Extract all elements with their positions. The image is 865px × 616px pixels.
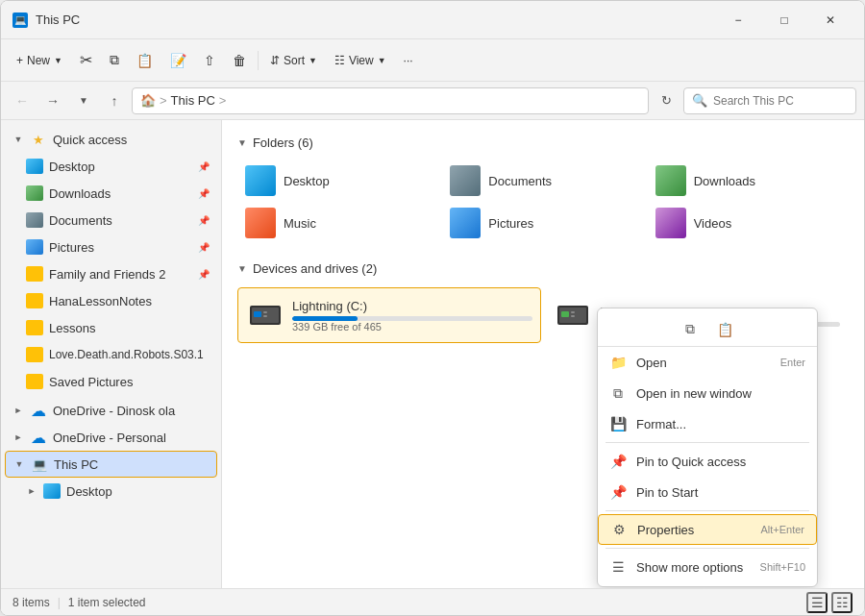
- ctx-format[interactable]: 💾 Format...: [598, 408, 817, 439]
- delete-button[interactable]: 🗑: [225, 45, 254, 76]
- search-box[interactable]: 🔍: [683, 87, 856, 114]
- svg-rect-7: [561, 311, 569, 317]
- copy-button[interactable]: ⧉: [102, 45, 127, 76]
- ctx-copy-button[interactable]: ⧉: [677, 316, 704, 343]
- details-view-button[interactable]: ☰: [806, 592, 828, 613]
- back-button[interactable]: ←: [9, 87, 36, 114]
- sidebar-item-downloads[interactable]: Downloads 📌: [5, 180, 217, 207]
- pin-icon: 📌: [198, 215, 210, 226]
- drive-c-icon: [246, 296, 284, 334]
- folders-header-label: Folders (6): [253, 136, 313, 150]
- refresh-button[interactable]: ↻: [653, 87, 680, 114]
- file-explorer-window: 💻 This PC − □ ✕ + New ▼ ✂ ⧉ 📋 📝 ⇧ 🗑 ⇵ So…: [0, 0, 865, 616]
- address-path[interactable]: 🏠 > This PC >: [132, 87, 649, 114]
- paste-button[interactable]: 📋: [129, 45, 161, 76]
- chevron-down-icon: ▼: [12, 134, 24, 145]
- sidebar-item-onedrive-personal[interactable]: ► ☁ OneDrive - Personal: [5, 424, 217, 451]
- onedrive-personal-icon: ☁: [30, 429, 47, 446]
- drives-section-header: ▼ Devices and drives (2): [237, 261, 849, 276]
- new-button[interactable]: + New ▼: [9, 45, 70, 76]
- sidebar-item-pictures[interactable]: Pictures 📌: [5, 234, 217, 260]
- pin-icon: 📌: [198, 269, 210, 280]
- folder-music[interactable]: Music: [237, 204, 438, 242]
- svg-rect-8: [571, 311, 575, 313]
- view-chevron-icon: ▼: [378, 56, 386, 65]
- up-button[interactable]: ↑: [101, 87, 128, 114]
- sidebar-item-family[interactable]: Family and Friends 2 📌: [5, 260, 217, 287]
- drive-d-icon: [554, 296, 592, 334]
- lessons-folder-icon: [26, 319, 43, 336]
- pin-start-icon: 📌: [609, 483, 627, 501]
- folder-grid: Desktop Documents Downloads Music: [237, 161, 849, 242]
- minimize-button[interactable]: −: [716, 6, 760, 35]
- this-pc-icon: 💻: [31, 456, 48, 473]
- show-more-icon: ☰: [609, 558, 627, 576]
- path-home-icon: 🏠: [140, 93, 156, 108]
- folder-pictures[interactable]: Pictures: [442, 204, 643, 242]
- ctx-open-new-window[interactable]: ⧉ Open in new window: [598, 378, 817, 408]
- view-button[interactable]: ☷ View ▼: [327, 45, 394, 76]
- rename-button[interactable]: 📝: [162, 45, 194, 76]
- sidebar-item-saved-pictures[interactable]: Saved Pictures: [5, 368, 217, 395]
- sidebar-item-documents[interactable]: Documents 📌: [5, 207, 217, 234]
- sort-button[interactable]: ⇵ Sort ▼: [262, 45, 325, 76]
- sidebar-item-hana[interactable]: HanaLessonNotes: [5, 287, 217, 314]
- downloads-folder-icon: [655, 165, 686, 196]
- svg-rect-4: [263, 315, 267, 317]
- sort-chevron-icon: ▼: [309, 56, 317, 65]
- sidebar-item-this-pc[interactable]: ▼ 💻 This PC: [5, 451, 217, 478]
- context-menu-mini-toolbar: ⧉ 📋: [598, 312, 817, 347]
- folders-chevron-icon: ▼: [237, 137, 247, 148]
- documents-folder-icon: [26, 211, 43, 229]
- selected-count: 1 item selected: [68, 596, 146, 609]
- large-icons-view-button[interactable]: ☷: [831, 592, 853, 613]
- chevron-right-icon: ►: [12, 405, 24, 416]
- ctx-pin-quick-access[interactable]: 📌 Pin to Quick access: [598, 446, 817, 477]
- recent-button[interactable]: ▼: [70, 87, 97, 114]
- pictures-folder-icon: [450, 208, 481, 238]
- documents-folder-icon: [450, 165, 481, 196]
- drive-c[interactable]: Lightning (C:) 339 GB free of 465: [237, 287, 541, 343]
- open-new-window-icon: ⧉: [609, 384, 627, 402]
- ctx-show-more-options[interactable]: ☰ Show more options Shift+F10: [598, 552, 817, 582]
- ctx-open[interactable]: 📁 Open Enter: [598, 347, 817, 378]
- videos-folder-icon: [655, 208, 686, 238]
- properties-icon: ⚙: [610, 521, 628, 538]
- sidebar-item-desktop[interactable]: Desktop 📌: [5, 153, 217, 180]
- sidebar-item-this-pc-desktop[interactable]: ► Desktop: [5, 478, 217, 505]
- status-bar: 8 items | 1 item selected ☰ ☷: [1, 588, 864, 615]
- cut-button[interactable]: ✂: [72, 45, 100, 76]
- folder-videos[interactable]: Videos: [648, 204, 849, 242]
- content-panel: ▼ Folders (6) Desktop Documents Download…: [222, 120, 864, 588]
- sidebar-item-onedrive-dino[interactable]: ► ☁ OneDrive - Dinosk ola: [5, 397, 217, 424]
- toolbar: + New ▼ ✂ ⧉ 📋 📝 ⇧ 🗑 ⇵ Sort ▼ ☷ View ▼ ··…: [1, 39, 864, 82]
- desktop-sub-icon: [43, 482, 61, 500]
- folder-desktop[interactable]: Desktop: [237, 161, 438, 200]
- sidebar-item-love-death[interactable]: Love.Death.and.Robots.S03.1: [5, 341, 217, 368]
- desktop-folder-icon: [245, 165, 276, 196]
- view-toggle-buttons: ☰ ☷: [806, 592, 853, 613]
- items-count: 8 items: [12, 596, 50, 609]
- pin-icon: 📌: [198, 161, 210, 172]
- maximize-button[interactable]: □: [762, 6, 806, 35]
- sidebar-item-quick-access[interactable]: ▼ ★ Quick access: [5, 126, 217, 153]
- forward-button[interactable]: →: [39, 87, 66, 114]
- search-input[interactable]: [713, 94, 848, 108]
- share-button[interactable]: ⇧: [196, 45, 223, 76]
- folder-documents[interactable]: Documents: [442, 161, 643, 200]
- ctx-paste-button[interactable]: 📋: [711, 316, 738, 343]
- saved-pictures-folder-icon: [26, 373, 43, 390]
- more-button[interactable]: ···: [396, 45, 421, 76]
- window-icon: 💻: [12, 12, 28, 28]
- ctx-properties[interactable]: ⚙ Properties Alt+Enter: [598, 514, 817, 545]
- window-title: This PC: [36, 12, 716, 27]
- search-icon: 🔍: [692, 93, 707, 108]
- desktop-folder-icon: [26, 158, 43, 175]
- view-icon: ☷: [334, 54, 345, 67]
- sidebar-item-lessons[interactable]: Lessons: [5, 314, 217, 341]
- close-button[interactable]: ✕: [808, 6, 853, 35]
- chevron-right-icon: ►: [26, 485, 37, 497]
- ctx-separator-1: [606, 442, 809, 443]
- ctx-pin-start[interactable]: 📌 Pin to Start: [598, 477, 817, 507]
- folder-downloads[interactable]: Downloads: [648, 161, 849, 200]
